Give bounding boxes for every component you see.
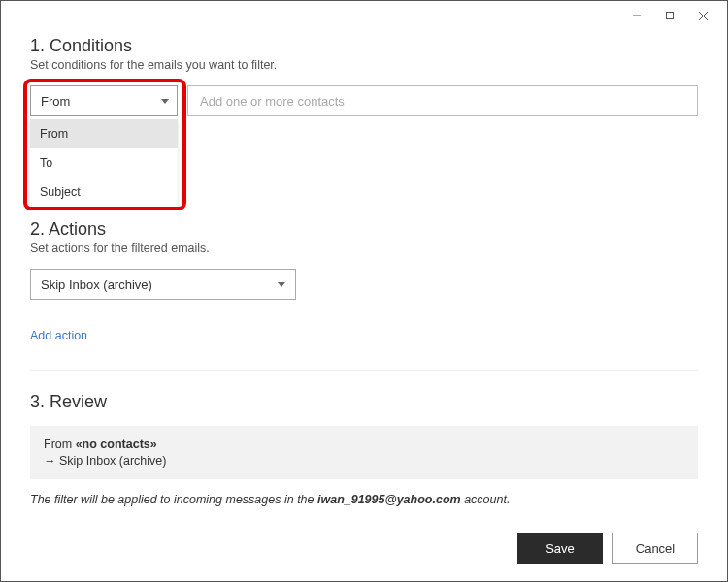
minimize-button[interactable] (620, 3, 653, 28)
condition-field-dropdown: From To Subject (30, 119, 178, 207)
dropdown-option-from[interactable]: From (30, 119, 178, 148)
filter-dialog: 1. Conditions Set conditions for the ema… (0, 0, 728, 582)
conditions-subtitle: Set conditions for the emails you want t… (30, 58, 698, 72)
section-divider (30, 370, 698, 371)
save-button[interactable]: Save (517, 533, 603, 564)
maximize-button[interactable] (653, 3, 686, 28)
chevron-down-icon (161, 99, 169, 104)
cancel-button[interactable]: Cancel (612, 533, 698, 564)
actions-subtitle: Set actions for the filtered emails. (30, 242, 698, 255)
action-select[interactable]: Skip Inbox (archive) (30, 269, 296, 300)
conditions-heading: 1. Conditions (30, 36, 698, 56)
dropdown-option-subject[interactable]: Subject (30, 178, 178, 207)
action-select-value: Skip Inbox (archive) (41, 277, 152, 292)
review-from-value: «no contacts» (76, 437, 157, 451)
condition-field-selected: From (41, 94, 70, 109)
review-action-line: → Skip Inbox (archive) (44, 454, 684, 468)
condition-field-select[interactable]: From (30, 85, 178, 116)
review-summary: From «no contacts» → Skip Inbox (archive… (30, 426, 698, 479)
actions-heading: 2. Actions (30, 219, 698, 240)
add-action-link[interactable]: Add action (30, 329, 87, 342)
dropdown-option-to[interactable]: To (30, 148, 178, 178)
chevron-down-icon (278, 282, 285, 287)
window-titlebar (1, 1, 727, 30)
contacts-input[interactable] (187, 85, 698, 116)
review-heading: 3. Review (30, 392, 698, 412)
svg-rect-1 (667, 13, 674, 19)
account-email: iwan_91995@yahoo.com (317, 493, 461, 506)
applied-note: The filter will be applied to incoming m… (30, 493, 698, 506)
review-from-prefix: From (44, 437, 76, 451)
close-button[interactable] (686, 3, 719, 28)
